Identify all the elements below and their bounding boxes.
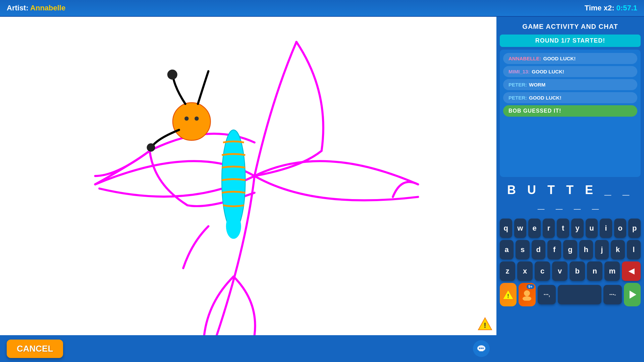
svg-point-3: [184, 117, 189, 121]
key-p[interactable]: p: [628, 219, 641, 238]
key-n[interactable]: n: [587, 261, 602, 281]
svg-point-11: [481, 348, 482, 349]
warning-icon[interactable]: !: [478, 316, 492, 331]
top-bar: Artist: Annabelle Time x2: 0:57.1: [0, 0, 644, 17]
key-s[interactable]: s: [516, 240, 529, 259]
key-k[interactable]: k: [611, 240, 625, 259]
keyboard-row-1: q w e r t y u i o p: [500, 219, 641, 238]
chat-message-2: MIMI_13: GOOD LUCK!: [503, 66, 637, 77]
key-w[interactable]: w: [514, 219, 527, 238]
cancel-button[interactable]: CANCEL: [7, 340, 63, 358]
key-a[interactable]: a: [500, 240, 514, 259]
timer-value: 0:57.1: [616, 4, 637, 12]
svg-point-16: [523, 296, 531, 301]
key-l[interactable]: l: [627, 240, 641, 259]
word-hint: B U T T E _ _ _ _ _ _: [500, 180, 641, 213]
keyboard: q w e r t y u i o p a s d f g h j k l: [500, 216, 641, 309]
svg-point-6: [147, 143, 155, 152]
svg-marker-17: [630, 291, 636, 299]
msg-user-mimi: MIMI_13:: [508, 69, 530, 74]
drawing-canvas[interactable]: !: [0, 17, 496, 335]
svg-text:!: !: [507, 293, 509, 299]
key-x[interactable]: x: [517, 261, 533, 281]
artist-label: Artist: Annabelle: [7, 4, 65, 12]
report-button[interactable]: !: [500, 283, 517, 306]
svg-point-15: [524, 290, 530, 296]
svg-point-1: [226, 214, 241, 239]
svg-point-2: [173, 103, 211, 140]
guessed-text: BOB GUESSED IT!: [508, 108, 561, 114]
key-f[interactable]: f: [547, 240, 561, 259]
round-badge: ROUND 1/7 STARTED!: [500, 35, 641, 47]
artist-name: Annabelle: [30, 4, 65, 12]
msg-text-3: WORM: [529, 82, 545, 87]
key-dash[interactable]: ···-: [603, 285, 622, 304]
key-g[interactable]: g: [563, 240, 577, 259]
key-i[interactable]: i: [600, 219, 612, 238]
chat-messages: ANNABELLE: GOOD LUCK! MIMI_13: GOOD LUCK…: [500, 50, 641, 177]
keyboard-row-3: z x c v b n m ◀: [500, 261, 641, 281]
key-y[interactable]: y: [571, 219, 584, 238]
panel-title: GAME ACTIVITY AND CHAT: [500, 20, 641, 32]
key-b[interactable]: b: [570, 261, 585, 281]
canvas-area: ! CANCEL: [0, 17, 496, 362]
msg-text-2: GOOD LUCK!: [532, 69, 564, 74]
msg-text-4: GOOD LUCK!: [529, 95, 561, 101]
key-c[interactable]: c: [535, 261, 550, 281]
players-badge: 9+: [527, 284, 534, 289]
key-u[interactable]: u: [586, 219, 598, 238]
key-o[interactable]: o: [614, 219, 627, 238]
chat-message-1: ANNABELLE: GOOD LUCK!: [503, 53, 637, 64]
key-space[interactable]: [558, 285, 601, 304]
right-panel: GAME ACTIVITY AND CHAT ROUND 1/7 STARTED…: [496, 17, 644, 362]
keyboard-row-2: a s d f g h j k l: [500, 240, 641, 259]
bottom-bar: CANCEL: [0, 335, 496, 362]
key-v[interactable]: v: [552, 261, 568, 281]
key-h[interactable]: h: [579, 240, 593, 259]
svg-text:!: !: [484, 321, 486, 329]
svg-point-10: [479, 348, 480, 349]
key-e[interactable]: e: [528, 219, 541, 238]
key-j[interactable]: j: [595, 240, 609, 259]
key-t[interactable]: t: [557, 219, 569, 238]
keyboard-bottom-row: ! 9+ ···, ···-: [500, 283, 641, 306]
drawing-svg: [0, 17, 496, 335]
svg-point-4: [195, 117, 199, 121]
key-z[interactable]: z: [500, 261, 515, 281]
key-d[interactable]: d: [532, 240, 545, 259]
chat-message-guessed: BOB GUESSED IT!: [503, 105, 637, 117]
key-r[interactable]: r: [543, 219, 555, 238]
key-q[interactable]: q: [500, 219, 512, 238]
key-m[interactable]: m: [604, 261, 620, 281]
msg-text-1: GOOD LUCK!: [543, 56, 576, 61]
chat-bubble-icon[interactable]: [473, 340, 490, 357]
msg-user-annabelle: ANNABELLE:: [508, 56, 541, 61]
chat-message-4: PETER: GOOD LUCK!: [503, 92, 637, 103]
submit-button[interactable]: [624, 283, 641, 306]
main-content: ! CANCEL GAME ACTIVITY AND CHAT ROUND 1/…: [0, 17, 644, 362]
key-backspace[interactable]: ◀: [622, 261, 641, 281]
svg-point-12: [482, 348, 484, 349]
chat-message-3: PETER: WORM: [503, 79, 637, 90]
key-dots[interactable]: ···,: [538, 285, 556, 304]
msg-user-peter-2: PETER:: [508, 95, 527, 101]
players-button[interactable]: 9+: [519, 283, 535, 306]
timer-label: Time x2: 0:57.1: [585, 4, 637, 12]
msg-user-peter-1: PETER:: [508, 82, 527, 87]
svg-point-5: [167, 70, 177, 80]
